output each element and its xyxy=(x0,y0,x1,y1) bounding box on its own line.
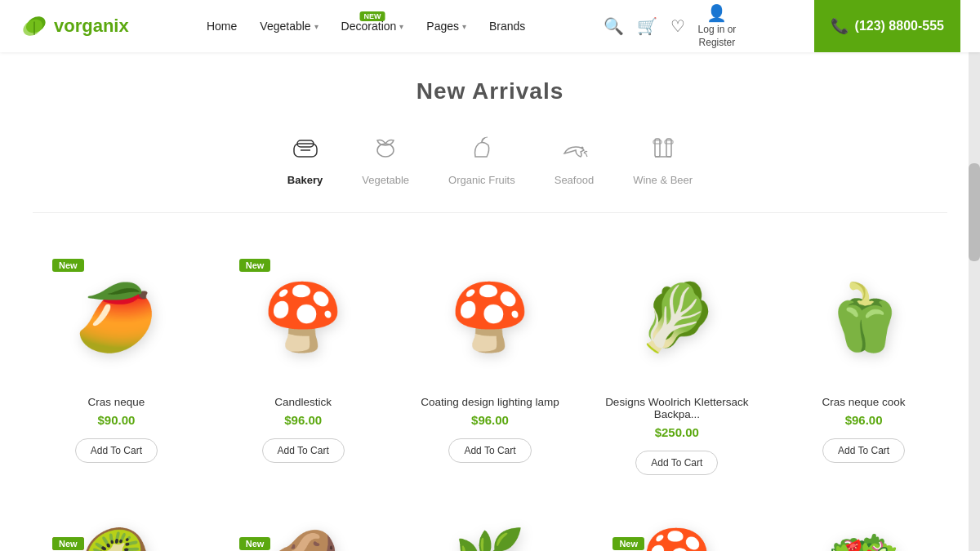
products-section: New 🥭 Cras neque $90.00 Add To Cart New … xyxy=(0,213,980,551)
tab-organic-fruits-label: Organic Fruits xyxy=(448,174,515,186)
product-image: 🫑 xyxy=(790,252,938,383)
tab-bakery-label: Bakery xyxy=(287,174,323,186)
product-price: $96.00 xyxy=(284,413,322,427)
scrollbar[interactable] xyxy=(969,0,980,551)
chevron-down-icon: ▾ xyxy=(399,22,403,31)
main-nav: Home Vegetable ▾ NEW Decoration ▾ Pages … xyxy=(207,20,525,33)
tab-wine-beer[interactable]: Wine & Beer xyxy=(633,134,693,186)
add-to-cart-button[interactable]: Add To Cart xyxy=(635,451,718,475)
product-card: 🥬 Designs Woolrich Klettersack Backpa...… xyxy=(593,239,760,491)
page-title: New Arrivals xyxy=(0,52,980,121)
product-image: 🍄 xyxy=(416,252,564,383)
product-price: $90.00 xyxy=(97,413,135,427)
phone-icon: 📞 xyxy=(831,17,849,35)
tab-wine-beer-label: Wine & Beer xyxy=(633,174,693,186)
product-card: 🍄 Coating design lighting lamp $96.00 Ad… xyxy=(407,239,574,491)
logo[interactable]: vorganix xyxy=(20,11,129,41)
product-name: Coating design lighting lamp xyxy=(421,396,559,408)
product-image: 🍄 xyxy=(229,252,377,383)
badge-new: New xyxy=(239,537,271,550)
nav-brands[interactable]: Brands xyxy=(489,20,525,33)
product-card: 🫑 Cras neque cook $96.00 Add To Cart xyxy=(780,239,947,491)
login-button[interactable]: 👤 Log in or Register xyxy=(698,2,737,49)
product-name: Cras neque cook xyxy=(822,396,906,408)
product-image: 🥬 xyxy=(603,252,751,383)
nav-pages[interactable]: Pages ▾ xyxy=(426,20,466,33)
main-content: New Arrivals Bakery Vegetab xyxy=(0,52,980,551)
tab-seafood[interactable]: Seafood xyxy=(555,134,594,186)
organic-fruits-icon xyxy=(467,134,497,167)
wishlist-icon[interactable]: ♡ xyxy=(670,16,685,36)
product-name: Designs Woolrich Klettersack Backpa... xyxy=(603,396,751,420)
scrollbar-thumb[interactable] xyxy=(969,163,980,261)
svg-rect-8 xyxy=(655,139,660,157)
badge-new: New xyxy=(612,537,644,550)
seafood-icon xyxy=(559,134,589,167)
chevron-down-icon: ▾ xyxy=(462,22,466,31)
nav-vegetable[interactable]: Vegetable ▾ xyxy=(260,20,318,33)
account-icon: 👤 xyxy=(706,4,727,22)
product-name: Cras neque xyxy=(88,396,145,408)
tab-vegetable-label: Vegetable xyxy=(362,174,409,186)
product-name: Candlestick xyxy=(274,396,332,408)
product-price: $96.00 xyxy=(845,413,883,427)
bakery-icon xyxy=(291,134,320,167)
nav-decoration[interactable]: NEW Decoration ▾ xyxy=(341,20,404,33)
search-icon[interactable]: 🔍 xyxy=(604,16,624,36)
logo-text: vorganix xyxy=(54,16,129,37)
badge-new: New xyxy=(239,259,271,272)
product-card: 🥗 xyxy=(780,518,947,551)
wine-beer-icon xyxy=(648,134,678,167)
product-image: 🥗 xyxy=(790,531,938,551)
product-card: New 🍄 xyxy=(593,518,760,551)
product-price: $96.00 xyxy=(471,413,509,427)
tab-vegetable[interactable]: Vegetable xyxy=(362,134,409,186)
tab-bakery[interactable]: Bakery xyxy=(287,134,323,186)
products-grid-row1: New 🥭 Cras neque $90.00 Add To Cart New … xyxy=(33,239,947,491)
vegetable-icon xyxy=(371,134,400,167)
add-to-cart-button[interactable]: Add To Cart xyxy=(262,438,345,463)
badge-new: New xyxy=(52,259,84,272)
badge-new: New xyxy=(52,537,84,550)
product-card: New 🥭 Cras neque $90.00 Add To Cart xyxy=(33,239,200,491)
svg-point-7 xyxy=(581,147,583,149)
product-card: 🌿 xyxy=(407,518,574,551)
product-image: 🥭 xyxy=(42,252,190,383)
phone-button[interactable]: 📞 (123) 8800-555 xyxy=(814,0,960,52)
category-tabs: Bakery Vegetable Organic Fruits xyxy=(33,121,947,213)
header-icons: 🔍 🛒 ♡ 👤 Log in or Register xyxy=(604,2,737,49)
header: vorganix Home Vegetable ▾ NEW Decoration… xyxy=(0,0,980,52)
nav-home[interactable]: Home xyxy=(207,20,237,33)
add-to-cart-button[interactable]: Add To Cart xyxy=(822,438,905,463)
cart-icon[interactable]: 🛒 xyxy=(637,16,657,36)
product-image: 🌿 xyxy=(416,531,564,551)
svg-rect-10 xyxy=(666,139,671,157)
add-to-cart-button[interactable]: Add To Cart xyxy=(448,438,531,463)
chevron-down-icon: ▾ xyxy=(314,22,318,31)
product-card: Sale New 🥝 xyxy=(33,518,200,551)
tab-organic-fruits[interactable]: Organic Fruits xyxy=(448,134,515,186)
product-card: New 🥔 xyxy=(220,518,387,551)
nav-badge-new: NEW xyxy=(359,11,385,21)
product-card: New 🍄 Candlestick $96.00 Add To Cart xyxy=(220,239,387,491)
tab-seafood-label: Seafood xyxy=(555,174,594,186)
products-grid-row2: Sale New 🥝 New 🥔 🌿 xyxy=(33,518,947,551)
add-to-cart-button[interactable]: Add To Cart xyxy=(75,438,158,463)
product-price: $250.00 xyxy=(655,425,699,439)
